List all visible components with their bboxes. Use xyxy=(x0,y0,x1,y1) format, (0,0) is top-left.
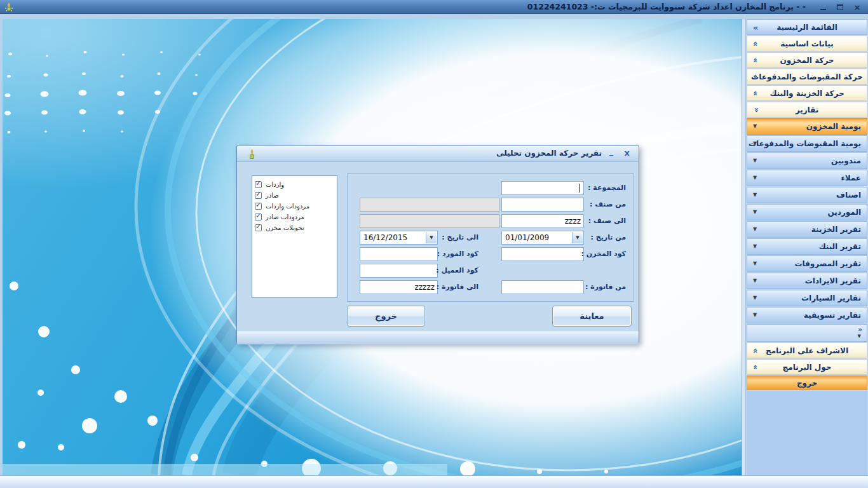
dialog-minimize-button[interactable]: _ xyxy=(609,147,613,156)
to-invoice-input[interactable] xyxy=(360,280,438,294)
triangle-down-icon: ▼ xyxy=(753,141,757,146)
chevron-down-double-icon: » xyxy=(752,90,760,95)
checkbox-row-imports[interactable]: ✓ واردات xyxy=(255,179,334,190)
checkbox[interactable]: ✓ xyxy=(255,203,262,210)
checkbox[interactable]: ✓ xyxy=(255,181,262,188)
sidebar-more-chevron[interactable]: » ▼ xyxy=(747,324,867,342)
checkbox-label: واردات xyxy=(266,181,284,188)
from-date-label: من تاريخ : xyxy=(591,233,626,241)
navigation-sidebar: » القائمة الرئيسية » بيانات اساسية » حرك… xyxy=(746,19,868,475)
sidebar-item-label: تقارير تسويقية xyxy=(804,311,861,320)
sidebar-item-about-program[interactable]: » حول البرنامج xyxy=(747,359,867,375)
to-item-label: الى صنف : xyxy=(588,217,626,225)
sidebar-item-marketing-reports[interactable]: ▼ تقارير تسويقية xyxy=(747,307,867,323)
group-label: المجموعة : xyxy=(588,184,626,192)
sidebar-item-items[interactable]: ▼ اصناف xyxy=(747,187,867,203)
sidebar-exit-button[interactable]: خروج xyxy=(747,376,867,390)
group-input[interactable] xyxy=(501,181,584,195)
sidebar-item-label: تقرير البنك xyxy=(819,242,861,251)
from-date-dropdown-button[interactable]: ▼ xyxy=(572,232,583,243)
chevron-down-double-icon: » xyxy=(752,41,760,46)
sidebar-item-label: تقارير السيارات xyxy=(801,294,861,302)
checkbox-row-import-returns[interactable]: ✓ مردودات واردات xyxy=(255,201,334,212)
from-item-label: من صنف : xyxy=(590,200,626,208)
triangle-down-icon: ▼ xyxy=(753,175,757,180)
from-invoice-input[interactable] xyxy=(501,280,584,294)
sidebar-item-program-supervision[interactable]: » الاشراف على البرنامج xyxy=(747,342,867,358)
sidebar-item-label: خروج xyxy=(797,379,817,388)
checkbox-label: مردودات صادر xyxy=(266,214,304,220)
warehouse-code-input[interactable] xyxy=(501,247,584,261)
triangle-down-icon: ▼ xyxy=(753,295,757,301)
sidebar-item-treasury-bank-movement[interactable]: » حركة الخزينة والبنك xyxy=(747,85,867,101)
customer-code-input[interactable] xyxy=(360,264,438,278)
triangle-down-icon: ▼ xyxy=(753,193,757,198)
sidebar-item-customers[interactable]: ▼ عملاء xyxy=(747,170,867,186)
sidebar-item-stock-movement[interactable]: » حركة المخزون xyxy=(747,52,867,68)
dialog-title: تقرير حركة المخزون تحليلى xyxy=(496,149,602,158)
mdi-workspace: تقرير حركة المخزون تحليلى _ x ✓ واردات ✓… xyxy=(3,19,742,475)
sidebar-item-label: عملاء xyxy=(841,173,862,182)
minimize-icon xyxy=(820,9,826,10)
sidebar-item-label: الاشراف على البرنامج xyxy=(766,346,848,355)
sidebar-item-label: حركة الخزينة والبنك xyxy=(770,89,844,98)
checkbox-label: تحويلات مخزن xyxy=(266,224,304,231)
checkbox[interactable]: ✓ xyxy=(255,192,262,199)
sidebar-item-label: تقرير الخزينة xyxy=(811,225,861,234)
to-date-combo[interactable]: 16/12/2015 ▼ xyxy=(360,231,438,245)
chevron-up-double-icon: » xyxy=(752,107,760,112)
sidebar-item-reports[interactable]: » تقارير xyxy=(747,102,867,118)
checkbox-row-outgoing-returns[interactable]: ✓ مردودات صادر xyxy=(255,212,334,222)
sidebar-item-basic-data[interactable]: » بيانات اساسية xyxy=(747,36,867,51)
checkbox[interactable]: ✓ xyxy=(255,214,262,220)
preview-button[interactable]: معاينة xyxy=(552,306,632,327)
sidebar-item-receipts-payments-movement[interactable]: » حركة المقبوضات والمدفوعات xyxy=(747,69,867,85)
sidebar-item-label: مندوبين xyxy=(831,156,861,165)
dialog-close-button[interactable]: x xyxy=(625,148,630,158)
window-title: - - برنامج المخازن اعداد شركة سنووايت لل… xyxy=(527,1,806,13)
chevron-right-double-icon: » xyxy=(753,23,758,31)
sidebar-item-representatives[interactable]: ▼ مندوبين xyxy=(747,152,867,169)
to-date-dropdown-button[interactable]: ▼ xyxy=(426,232,437,243)
to-invoice-label: الى فاتورة : xyxy=(437,283,478,291)
sidebar-item-label: اصناف xyxy=(836,191,861,200)
sidebar-item-suppliers[interactable]: ▼ الموردين xyxy=(747,204,867,220)
sidebar-item-expenses-report[interactable]: ▼ تقرير المصروفات xyxy=(747,255,867,272)
sidebar-item-treasury-report[interactable]: ▼ تقرير الخزينة xyxy=(747,221,867,238)
sidebar-item-label: يومية المخزون xyxy=(806,122,861,131)
sidebar-item-revenues-report[interactable]: ▼ تقرير الايرادات xyxy=(747,273,867,289)
checkbox[interactable]: ✓ xyxy=(255,224,262,231)
warehouse-code-label: كود المخزن : xyxy=(581,250,626,258)
workspace-sidebar-divider xyxy=(742,19,746,475)
dialog-exit-button[interactable]: خروج xyxy=(347,306,425,327)
check-icon: ✓ xyxy=(255,191,261,198)
status-bar xyxy=(0,475,868,488)
sidebar-item-cars-reports[interactable]: ▼ تقارير السيارات xyxy=(747,290,867,306)
close-button[interactable]: × xyxy=(853,2,862,12)
checkbox-row-outgoing[interactable]: ✓ صادر xyxy=(255,190,334,201)
triangle-down-icon: ▼ xyxy=(753,210,757,215)
minimize-button[interactable] xyxy=(818,2,827,12)
sidebar-item-label: القائمة الرئيسية xyxy=(776,23,837,32)
triangle-down-icon: ▼ xyxy=(753,158,757,163)
from-item-input[interactable] xyxy=(501,198,584,212)
sidebar-item-main-menu[interactable]: » القائمة الرئيسية xyxy=(747,19,867,35)
triangle-down-icon: ▼ xyxy=(753,124,757,129)
maximize-button[interactable] xyxy=(836,2,844,12)
chevron-down-double-icon: » xyxy=(752,57,760,62)
from-date-combo[interactable]: 01/01/2009 ▼ xyxy=(501,231,584,245)
sidebar-item-daily-stock[interactable]: ▼ يومية المخزون xyxy=(747,118,867,135)
checkbox-row-warehouse-transfers[interactable]: ✓ تحويلات مخزن xyxy=(255,222,334,233)
to-item-input[interactable] xyxy=(501,214,584,228)
sidebar-item-label: الموردين xyxy=(827,208,861,217)
sidebar-item-daily-receipts-payments[interactable]: ▼ يومية المقبوضات والمدفوعات xyxy=(747,135,867,152)
sidebar-item-label: بيانات اساسية xyxy=(780,39,834,48)
sidebar-item-bank-report[interactable]: ▼ تقرير البنك xyxy=(747,238,867,255)
sidebar-item-label: تقارير xyxy=(796,105,819,114)
disabled-field-1 xyxy=(360,198,499,212)
movement-types-listbox[interactable]: ✓ واردات ✓ صادر ✓ مردودات واردات ✓ مردود… xyxy=(252,175,337,298)
sidebar-empty-area xyxy=(747,391,867,475)
check-icon: ✓ xyxy=(255,180,261,187)
triangle-down-icon: ▼ xyxy=(858,334,861,339)
supplier-code-input[interactable] xyxy=(360,247,438,261)
